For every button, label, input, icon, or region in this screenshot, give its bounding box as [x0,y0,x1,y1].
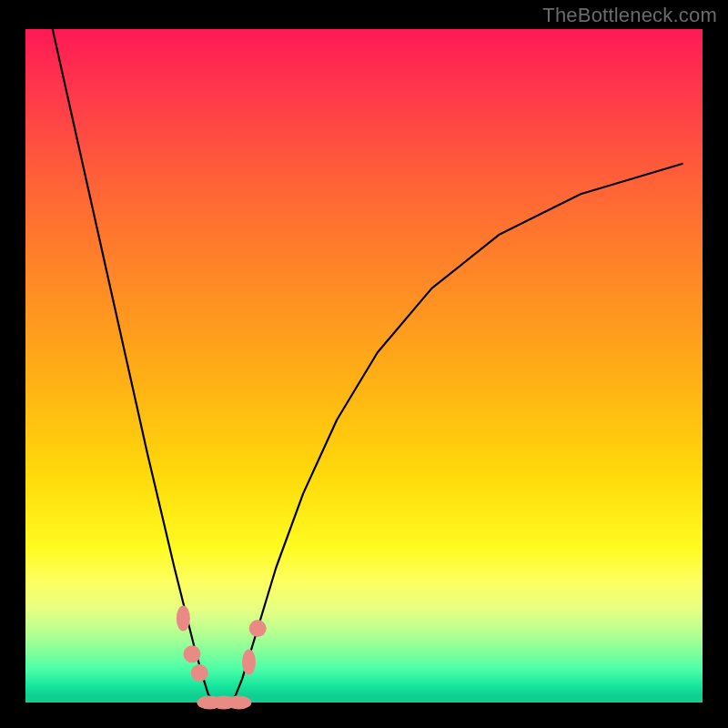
curve-right-branch [222,164,682,703]
plot-area [25,29,703,703]
curve-left-branch [53,29,222,703]
bottleneck-curve-svg [25,29,703,703]
chart-frame: TheBottleneck.com [0,0,728,728]
curve-marker [249,620,267,637]
curve-marker [177,606,190,632]
curve-marker [191,664,208,682]
curve-marker [184,645,201,662]
curve-marker [242,650,256,675]
watermark-text: TheBottleneck.com [542,4,717,27]
curve-marker [226,696,251,710]
